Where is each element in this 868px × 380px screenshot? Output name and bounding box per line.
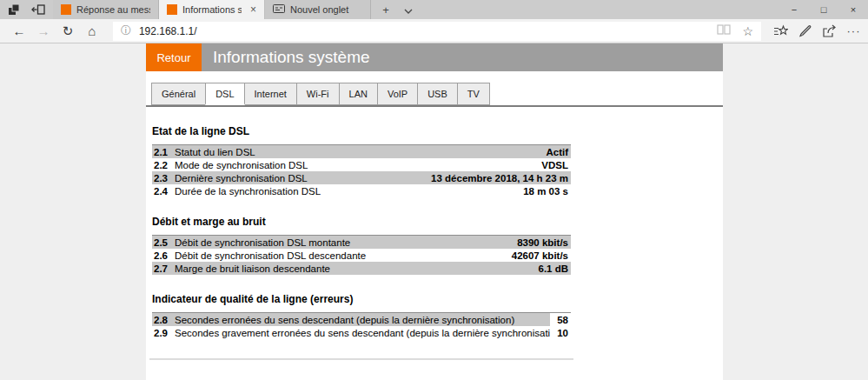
tab-general[interactable]: Général [151, 83, 206, 105]
table-row: 2.7 Marge de bruit liaison descendante 6… [152, 262, 571, 275]
new-tab-button[interactable]: + [376, 3, 395, 17]
row-number: 2.4 [152, 186, 175, 197]
row-value: 13 décembre 2018, 14 h 23 m [424, 171, 571, 184]
home-icon[interactable]: ⌂ [80, 23, 104, 38]
bottom-separator [149, 358, 573, 360]
orange-favicon [167, 4, 177, 15]
tab-list-chevron-icon[interactable] [399, 3, 418, 17]
tab-lan[interactable]: LAN [339, 83, 378, 105]
forward-icon[interactable]: → [31, 23, 56, 38]
bitrate-table: 2.5 Débit de synchronisation DSL montant… [152, 235, 571, 275]
page-title: Informations système [202, 43, 370, 71]
browser-tab-1[interactable]: Réponse au message - Com [53, 0, 159, 19]
tab-dsl[interactable]: DSL [205, 83, 244, 105]
browser-tab-3[interactable]: Nouvel onglet [265, 0, 371, 19]
row-label: Secondes gravement erronées du sens desc… [175, 328, 550, 338]
tab-preview-icon[interactable] [8, 3, 21, 17]
refresh-icon[interactable]: ↻ [56, 23, 80, 39]
row-value: 10 [550, 326, 571, 339]
web-note-pen-icon[interactable] [798, 24, 812, 37]
row-number: 2.9 [152, 328, 175, 338]
row-number: 2.7 [152, 263, 175, 274]
tabs-underline [146, 105, 723, 107]
row-label: Débit de synchronisation DSL descendante [175, 250, 505, 261]
retour-button[interactable]: Retour [146, 43, 202, 71]
row-number: 2.5 [152, 237, 175, 248]
maximize-button[interactable]: □ [809, 0, 838, 19]
row-label: Mode de synchronisation DSL [175, 160, 534, 170]
row-value: 8390 kbit/s [510, 236, 571, 249]
browser-tab-2-active[interactable]: Informations système - × [159, 0, 265, 19]
table-row: 2.3 Dernière synchronisation DSL 13 déce… [152, 171, 571, 184]
row-number: 2.6 [152, 250, 175, 261]
tab-internet[interactable]: Internet [244, 83, 297, 105]
row-value: 58 [550, 313, 571, 326]
row-value: Actif [539, 145, 571, 158]
orange-favicon [61, 4, 71, 15]
url-input[interactable]: ⓘ 192.168.1.1/ ☆ [113, 22, 761, 41]
browser-tab-title: Informations système - [182, 4, 242, 15]
row-label: Durée de la synchronisation DSL [175, 186, 516, 197]
minimize-button[interactable]: − [779, 0, 809, 19]
new-tab-page-favicon [273, 3, 285, 16]
section-heading: Etat de la ligne DSL [152, 125, 717, 137]
row-label: Marge de bruit liaison descendante [175, 263, 531, 274]
url-text: 192.168.1.1/ [139, 25, 197, 37]
row-number: 2.8 [152, 315, 175, 325]
router-page: Retour Informations système Général DSL … [146, 43, 723, 380]
table-row: 2.2 Mode de synchronisation DSL VDSL [152, 158, 571, 171]
reading-view-icon[interactable] [717, 23, 731, 39]
table-row: 2.1 Statut du lien DSL Actif [152, 145, 571, 158]
tab-voip[interactable]: VoIP [377, 83, 418, 105]
tab-tv[interactable]: TV [457, 83, 490, 105]
settings-ellipsis-icon[interactable]: ··· [846, 24, 861, 37]
dsl-state-table: 2.1 Statut du lien DSL Actif 2.2 Mode de… [152, 144, 571, 197]
section-heading: Débit et marge au bruit [152, 216, 717, 228]
browser-tab-title: Nouvel onglet [290, 4, 362, 15]
quality-table: 2.8 Secondes erronées du sens descendant… [152, 312, 571, 339]
row-label: Statut du lien DSL [175, 147, 539, 157]
row-value: VDSL [534, 158, 571, 171]
row-value: 18 m 03 s [516, 184, 571, 197]
add-favorite-star-icon[interactable]: ☆ [742, 24, 753, 38]
browser-tab-title: Réponse au message - Com [76, 4, 150, 15]
hub-favorites-icon[interactable] [773, 24, 788, 37]
row-number: 2.3 [152, 173, 175, 183]
row-label: Débit de synchronisation DSL montante [175, 237, 510, 248]
row-number: 2.1 [152, 147, 175, 157]
tab-wifi[interactable]: Wi-Fi [296, 83, 340, 105]
close-window-button[interactable]: × [838, 0, 868, 19]
table-row: 2.5 Débit de synchronisation DSL montant… [152, 236, 571, 249]
row-label: Dernière synchronisation DSL [175, 173, 424, 183]
tab-usb[interactable]: USB [417, 83, 458, 105]
set-tabs-aside-icon[interactable] [31, 3, 45, 16]
row-value: 42607 kbit/s [505, 249, 571, 262]
table-row: 2.8 Secondes erronées du sens descendant… [152, 313, 571, 326]
back-icon[interactable]: ← [7, 23, 31, 38]
share-icon[interactable] [822, 24, 837, 37]
section-heading: Indicateur de qualité de la ligne (erreu… [152, 293, 717, 305]
browser-tab-bar: Réponse au message - Com Informations sy… [0, 0, 868, 19]
page-header: Retour Informations système [146, 43, 723, 71]
section-tabs: Général DSL Internet Wi-Fi LAN VoIP USB … [151, 83, 723, 105]
row-value: 6.1 dB [531, 262, 571, 275]
site-info-icon[interactable]: ⓘ [121, 23, 131, 38]
table-row: 2.6 Débit de synchronisation DSL descend… [152, 249, 571, 262]
dsl-content: Etat de la ligne DSL 2.1 Statut du lien … [146, 125, 723, 360]
browser-address-bar: ← → ↻ ⌂ ⓘ 192.168.1.1/ ☆ ··· [0, 19, 868, 43]
close-tab-icon[interactable]: × [247, 3, 256, 16]
row-number: 2.2 [152, 160, 175, 170]
row-label: Secondes erronées du sens descendant (de… [175, 315, 550, 325]
table-row: 2.4 Durée de la synchronisation DSL 18 m… [152, 184, 571, 197]
table-row: 2.9 Secondes gravement erronées du sens … [152, 326, 571, 339]
